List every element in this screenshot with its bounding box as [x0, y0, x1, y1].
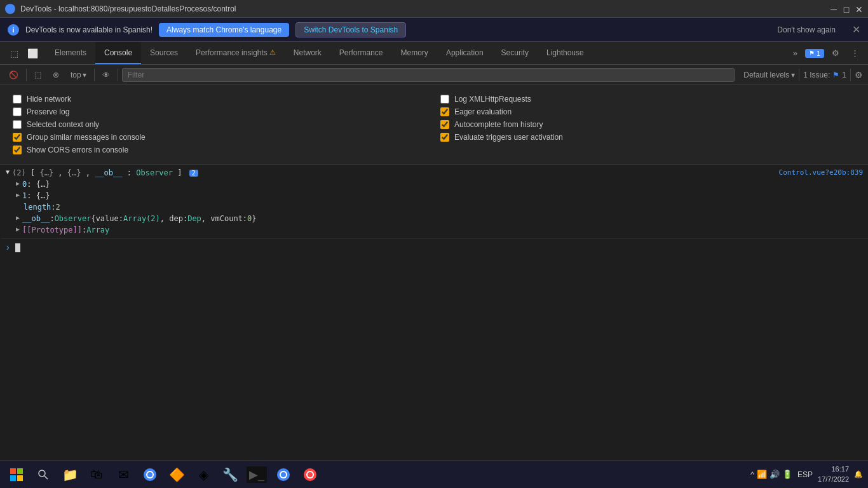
taskbar-vs-button[interactable]: ◈ [192, 463, 215, 486]
tab-security[interactable]: Security [492, 42, 538, 64]
taskbar-app8-button[interactable]: 🔧 [219, 463, 241, 486]
selected-context-row: Selected context only [13, 118, 428, 131]
taskbar-file-explorer-button[interactable]: 📁 [58, 463, 81, 486]
log-xmlhttp-checkbox[interactable] [440, 95, 449, 104]
console-error-badge: ⚑ 1 [805, 49, 824, 58]
svg-rect-3 [17, 475, 23, 481]
autocomplete-label: Autocomplete from history [454, 120, 543, 129]
settings-left: Hide network Preserve log Selected conte… [13, 93, 428, 156]
eager-eval-checkbox[interactable] [440, 107, 449, 116]
preserve-log-row: Preserve log [13, 105, 428, 118]
file-link[interactable]: Control.vue?e20b:839 [766, 168, 863, 177]
notification-close-button[interactable]: ✕ [852, 24, 860, 36]
selected-context-label: Selected context only [27, 120, 99, 129]
group-similar-checkbox[interactable] [13, 133, 22, 142]
language-indicator: ESP [797, 470, 813, 479]
title-bar-text: DevTools - localhost:8080/presupuestoDet… [20, 4, 825, 13]
taskbar-app6-button[interactable]: 🔶 [165, 463, 188, 486]
show-cors-checkbox[interactable] [13, 146, 22, 154]
expand-root-arrow[interactable]: ▼ [6, 168, 10, 175]
clear-console-button[interactable]: 🚫 [5, 69, 22, 81]
chevron-up-icon[interactable]: ^ [750, 470, 754, 479]
expand-0-arrow[interactable]: ▶ [16, 180, 20, 187]
array-label: (2) [ {…} , {…} , __ob__ : Observer ] 2 [12, 168, 198, 177]
taskbar-search-button[interactable] [32, 463, 55, 486]
tab-performance[interactable]: Performance [330, 42, 392, 64]
default-levels-button[interactable]: Default levels ▾ [743, 71, 795, 79]
tab-network[interactable]: Network [285, 42, 330, 64]
settings-panel: Hide network Preserve log Selected conte… [0, 85, 868, 165]
taskbar-clock[interactable]: 16:17 17/7/2022 [818, 464, 849, 484]
svg-rect-0 [10, 468, 16, 474]
tree-prototype-line: ▶ [[Prototype]] : Array [16, 224, 863, 236]
taskbar-mail-button[interactable]: ✉ [112, 463, 135, 486]
devtools-settings-button[interactable]: ⚙ [828, 46, 843, 60]
hide-network-label: Hide network [27, 95, 71, 104]
battery-icon: 🔋 [782, 470, 792, 479]
svg-point-11 [281, 472, 286, 477]
chrome2-icon [276, 467, 291, 482]
search-icon [37, 469, 49, 480]
dont-show-again-button[interactable]: Don't show again [770, 23, 843, 37]
taskbar: 📁 🛍 ✉ 🔶 ◈ 🔧 ▶_ [0, 460, 868, 488]
taskbar-chrome2-button[interactable] [272, 463, 295, 486]
flag-icon: ⚑ [809, 50, 815, 57]
context-selector[interactable]: top ▾ [67, 69, 90, 81]
tree-ob-line: ▶ __ob__ : Observer {value: Array(2) , d… [16, 213, 863, 224]
network-icon: 📶 [757, 470, 767, 479]
inspect-icon[interactable]: ⬚ [6, 46, 22, 61]
more-tabs-button[interactable]: » [789, 46, 801, 60]
show-cors-label: Show CORS errors in console [27, 146, 128, 154]
notification-bell-icon[interactable]: 🔔 [854, 470, 863, 478]
taskbar-chrome-button[interactable] [139, 463, 161, 486]
group-similar-label: Group similar messages in console [27, 133, 146, 142]
taskbar-chrome3-button[interactable] [299, 463, 322, 486]
taskbar-store-button[interactable]: 🛍 [85, 463, 108, 486]
device-icon[interactable]: ⬜ [24, 46, 42, 61]
chevron-down-icon-levels: ▾ [791, 71, 795, 79]
more-options-button[interactable]: ⋮ [847, 46, 863, 60]
taskbar-terminal-button[interactable]: ▶_ [245, 463, 268, 486]
tab-bar-right: » ⚑ 1 ⚙ ⋮ [789, 42, 868, 64]
switch-spanish-button[interactable]: Switch DevTools to Spanish [295, 22, 406, 37]
tab-application[interactable]: Application [437, 42, 492, 64]
tab-performance-insights[interactable]: Performance insights ⚠ [187, 42, 285, 64]
filter-input[interactable] [122, 68, 735, 82]
notification-bar: i DevTools is now available in Spanish! … [0, 18, 868, 42]
console-settings-button[interactable]: ⚙ [855, 70, 863, 80]
expand-proto-arrow[interactable]: ▶ [16, 226, 20, 233]
close-button[interactable]: ✕ [855, 5, 863, 13]
cursor [15, 243, 20, 252]
console-output[interactable]: ▼ (2) [ {…} , {…} , __ob__ : Observer ] … [0, 165, 868, 460]
match-language-button[interactable]: Always match Chrome's language [159, 23, 289, 37]
autocomplete-checkbox[interactable] [440, 120, 449, 129]
hide-network-checkbox[interactable] [13, 95, 22, 104]
log-xmlhttp-row: Log XMLHttpRequests [440, 93, 855, 105]
preserve-log-checkbox[interactable] [13, 107, 22, 116]
toolbar-separator-2 [94, 69, 95, 81]
toolbar-separator-3 [118, 69, 118, 81]
eye-button[interactable]: 👁 [98, 69, 114, 81]
tab-memory[interactable]: Memory [392, 42, 437, 64]
expand-1-arrow[interactable]: ▶ [16, 191, 20, 198]
volume-icon: 🔊 [770, 470, 780, 479]
maximize-button[interactable]: □ [843, 5, 850, 13]
tab-elements[interactable]: Elements [46, 42, 95, 64]
tab-lighthouse[interactable]: Lighthouse [538, 42, 593, 64]
eager-eval-label: Eager evaluation [454, 107, 512, 116]
eager-eval-row: Eager evaluation [440, 105, 855, 118]
title-bar-controls: ─ □ ✕ [830, 5, 863, 13]
inspect-mode-button[interactable]: ⬚ [31, 69, 45, 81]
start-button[interactable] [5, 463, 28, 486]
eval-triggers-checkbox[interactable] [440, 133, 449, 142]
stop-recording-button[interactable]: ⊗ [49, 69, 63, 81]
tab-console[interactable]: Console [95, 42, 141, 64]
tab-sources[interactable]: Sources [141, 42, 187, 64]
minimize-button[interactable]: ─ [830, 5, 837, 13]
console-prompt[interactable]: › [0, 239, 868, 257]
expand-ob-arrow[interactable]: ▶ [16, 214, 20, 221]
selected-context-checkbox[interactable] [13, 120, 22, 129]
nav-icons: ⬚ ⬜ [3, 42, 46, 64]
tree-child-0: ▶ 0 : {…} [16, 179, 863, 190]
title-bar: DevTools - localhost:8080/presupuestoDet… [0, 0, 868, 18]
